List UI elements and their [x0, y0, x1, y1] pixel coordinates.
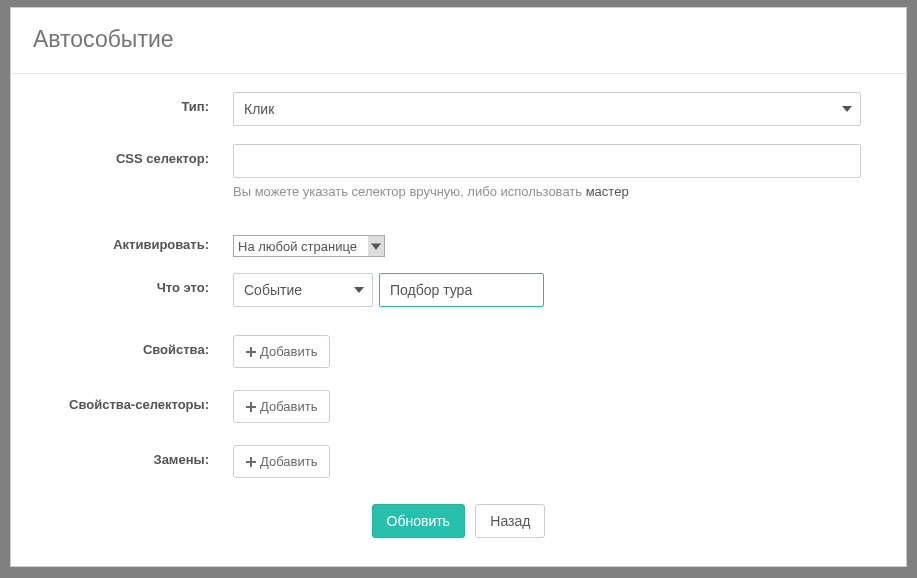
whatis-text-input[interactable]	[379, 273, 544, 307]
back-button[interactable]: Назад	[475, 504, 545, 538]
row-properties-selectors: Свойства-селекторы: Добавить	[33, 390, 884, 423]
add-label: Добавить	[260, 399, 317, 414]
row-activate: Активировать: На любой странице	[33, 235, 884, 257]
properties-selectors-label: Свойства-селекторы:	[33, 390, 233, 412]
css-selector-label: CSS селектор:	[33, 144, 233, 166]
add-label: Добавить	[260, 454, 317, 469]
plus-icon	[246, 457, 256, 467]
type-label: Тип:	[33, 92, 233, 114]
add-property-button[interactable]: Добавить	[233, 335, 330, 368]
modal-header: Автособытие	[11, 8, 906, 74]
add-property-selector-button[interactable]: Добавить	[233, 390, 330, 423]
modal-title: Автособытие	[33, 26, 884, 53]
whatis-label: Что это:	[33, 273, 233, 295]
row-replacements: Замены: Добавить	[33, 445, 884, 478]
activate-label: Активировать:	[33, 235, 233, 252]
help-prefix: Вы можете указать селектор вручную, либо…	[233, 184, 586, 199]
add-label: Добавить	[260, 344, 317, 359]
activate-select[interactable]: На любой странице	[233, 235, 385, 257]
plus-icon	[246, 402, 256, 412]
add-replacement-button[interactable]: Добавить	[233, 445, 330, 478]
row-properties: Свойства: Добавить	[33, 335, 884, 368]
whatis-select[interactable]: Событие	[233, 273, 373, 307]
master-link[interactable]: мастер	[586, 184, 629, 199]
type-select[interactable]: Клик	[233, 92, 861, 126]
css-selector-help: Вы можете указать селектор вручную, либо…	[233, 184, 884, 199]
plus-icon	[246, 347, 256, 357]
row-whatis: Что это: Событие	[33, 273, 884, 307]
properties-label: Свойства:	[33, 335, 233, 357]
footer-buttons: Обновить Назад	[33, 496, 884, 538]
css-selector-input[interactable]	[233, 144, 861, 178]
submit-button[interactable]: Обновить	[372, 504, 465, 538]
autoevent-modal: Автособытие Тип: Клик CSS селектор: Вы м…	[10, 7, 907, 567]
row-type: Тип: Клик	[33, 92, 884, 126]
row-css-selector: CSS селектор: Вы можете указать селектор…	[33, 144, 884, 199]
modal-body: Тип: Клик CSS селектор: Вы можете указат…	[11, 74, 906, 548]
replacements-label: Замены:	[33, 445, 233, 467]
